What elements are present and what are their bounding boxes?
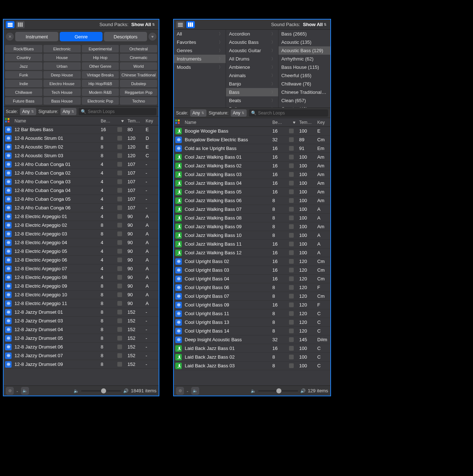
favorite-checkbox[interactable] (117, 284, 122, 288)
favorite-checkbox[interactable] (117, 162, 122, 167)
genre-chip[interactable]: House (43, 54, 81, 61)
table-row[interactable]: Bungalow Below Electric Bass3289Cm (174, 135, 330, 144)
genre-chip[interactable]: Indie (5, 80, 42, 87)
loop-type-header[interactable] (5, 118, 13, 124)
column-item[interactable]: Country (42) (279, 105, 330, 108)
table-row[interactable]: Cool Upright Bass 068120F (174, 283, 330, 292)
genre-chip[interactable]: Bass House (43, 97, 81, 105)
table-row[interactable]: Cool Upright Bass 078120Cm (174, 292, 330, 301)
table-row[interactable]: Cool Upright Bass 0316120Cm (174, 266, 330, 275)
favorite-checkbox[interactable] (289, 129, 294, 133)
table-row[interactable]: 12-8 Electric Arpeggio 09890A (4, 282, 159, 291)
genre-chip[interactable]: Rock/Blues (5, 45, 42, 53)
genre-chip[interactable]: Dubstep (120, 80, 157, 87)
table-row[interactable]: Cool Upright Bass 0216120Cm (174, 257, 330, 266)
genre-chip[interactable]: Modern R&B (82, 88, 119, 96)
favorite-checkbox[interactable] (117, 205, 122, 210)
favorite-checkbox[interactable] (289, 207, 294, 212)
favorite-checkbox[interactable] (289, 302, 294, 307)
name-header[interactable]: Name (183, 120, 272, 125)
column-item[interactable]: Bass (2665) (279, 30, 330, 38)
column-item[interactable]: Genres〉 (174, 46, 226, 55)
preview-button[interactable]: 🔈 (191, 387, 199, 395)
table-row[interactable]: Deep Insight Acoustic Bass32145D#m (174, 335, 330, 344)
table-row[interactable]: 12-8 Electric Arpeggio 07490A (4, 264, 159, 273)
column-item[interactable]: Instruments〉 (174, 55, 226, 63)
favorite-checkbox[interactable] (289, 198, 294, 203)
preview-button[interactable]: 🔈 (21, 387, 29, 395)
genre-chip[interactable]: Funk (5, 71, 42, 79)
favorite-checkbox[interactable] (117, 362, 122, 367)
favorite-checkbox[interactable] (289, 259, 294, 264)
favorite-checkbox[interactable] (289, 346, 294, 351)
favorite-checkbox[interactable] (289, 294, 294, 298)
column-item[interactable]: All〉 (174, 30, 226, 38)
genre-chip[interactable]: Vintage Breaks (82, 71, 119, 79)
favorite-checkbox[interactable] (289, 268, 294, 272)
table-row[interactable]: 12-8 Afro Cuban Conga 044107- (4, 186, 159, 195)
favorite-checkbox[interactable] (117, 223, 122, 227)
table-row[interactable]: Cold as Ice Upright Bass1691Em (174, 144, 330, 153)
favorite-checkbox[interactable] (117, 301, 122, 306)
fav-header[interactable]: ♥ (117, 118, 127, 124)
favorite-checkbox[interactable] (117, 231, 122, 236)
column-item[interactable]: Banjo〉 (226, 80, 278, 88)
beats-header[interactable]: Be… (272, 120, 289, 125)
column-item[interactable]: Acoustic Guitar〉 (226, 46, 278, 55)
favorite-checkbox[interactable] (117, 292, 122, 297)
favorite-checkbox[interactable] (117, 353, 122, 358)
genre-chip[interactable]: Chinese Traditional (120, 71, 157, 79)
signature-select[interactable]: Any⇅ (231, 109, 247, 117)
table-row[interactable]: 12-8 Afro Cuban Conga 024107- (4, 169, 159, 178)
favorite-checkbox[interactable] (117, 214, 122, 219)
search-input[interactable]: 🔍 Search Loops (249, 109, 328, 117)
favorite-checkbox[interactable] (117, 345, 122, 349)
table-row[interactable]: 12-8 Jazzy Drumset 098152- (4, 360, 159, 369)
column-item[interactable]: Accordion〉 (226, 30, 278, 38)
favorite-checkbox[interactable] (289, 363, 294, 368)
favorite-checkbox[interactable] (117, 136, 122, 141)
column-item[interactable]: Bass House (115) (279, 63, 330, 71)
table-row[interactable]: Cool Jazz Walking Bass 1216100A (174, 249, 330, 257)
favorite-checkbox[interactable] (289, 146, 294, 151)
clear-filters-button[interactable]: ✕ (6, 33, 14, 41)
favorite-checkbox[interactable] (117, 145, 122, 149)
button-view-toggle[interactable] (6, 21, 14, 28)
table-row[interactable]: 12-8 Acoustic Strum 018120D (4, 134, 159, 143)
genre-chip[interactable]: Tech House (43, 88, 81, 96)
genre-chip[interactable]: Electronic (43, 45, 81, 53)
signature-select[interactable]: Any⇅ (60, 108, 77, 115)
sound-packs-select[interactable]: Show All ⇅ (131, 22, 155, 27)
favorite-checkbox[interactable] (117, 336, 122, 341)
table-row[interactable]: 12-8 Electric Arpeggio 02890A (4, 221, 159, 230)
favorite-checkbox[interactable] (117, 179, 122, 184)
genre-chip[interactable]: Cinematic (120, 54, 157, 61)
table-row[interactable]: Cool Jazz Walking Bass 0416100Am (174, 179, 330, 188)
table-row[interactable]: Laid Back Jazz Bass 028100C (174, 353, 330, 362)
table-row[interactable]: 12-8 Acoustic Strum 028120E (4, 143, 159, 151)
table-row[interactable]: 12-8 Jazzy Drumset 058152- (4, 334, 159, 343)
genre-chip[interactable]: Techno (120, 97, 157, 105)
tempo-header[interactable]: Tem… (299, 120, 317, 125)
genre-chip[interactable]: Orchestral (120, 45, 157, 53)
column-item[interactable]: All Drums〉 (226, 55, 278, 63)
key-header[interactable]: Key (317, 120, 330, 125)
genre-chip[interactable]: Jazz (5, 62, 42, 70)
genre-chip[interactable]: Hip Hop/R&B (82, 80, 119, 87)
table-row[interactable]: Cool Jazz Walking Bass 088100A (174, 214, 330, 222)
tab-genre[interactable]: Genre (60, 32, 103, 41)
genre-chip[interactable]: Chillwave (5, 88, 42, 96)
favorite-checkbox[interactable] (289, 250, 294, 255)
table-row[interactable]: Laid Back Jazz Bass 038100C (174, 362, 330, 370)
genre-chip[interactable]: Other Genre (82, 62, 119, 70)
favorite-checkbox[interactable] (289, 242, 294, 246)
table-row[interactable]: 12-8 Electric Arpeggio 03890A (4, 230, 159, 238)
column-item[interactable]: Clean (657) (279, 96, 330, 105)
key-header[interactable]: Key (146, 118, 159, 124)
button-view-toggle[interactable] (176, 21, 185, 28)
favorite-checkbox[interactable] (289, 337, 294, 342)
chevron-down-icon[interactable]: ⌄ (186, 389, 189, 393)
favorite-checkbox[interactable] (117, 249, 122, 254)
genre-chip[interactable]: World (120, 62, 157, 70)
favorite-checkbox[interactable] (289, 216, 294, 220)
